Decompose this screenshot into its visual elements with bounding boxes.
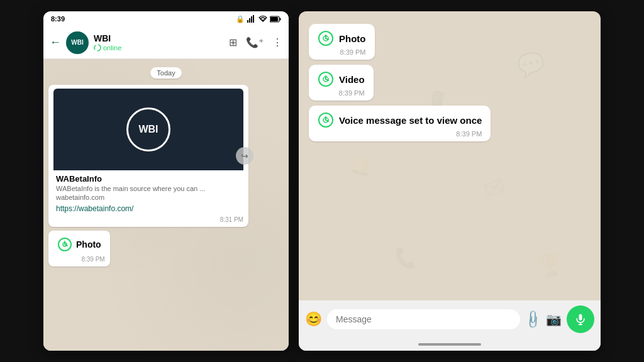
wbi-logo: WBI	[126, 107, 170, 151]
link-url[interactable]: https://wabetainfo.com/	[56, 204, 133, 213]
mic-icon	[574, 313, 587, 326]
wifi-icon	[258, 16, 267, 23]
signal-icon	[247, 15, 256, 23]
photo-view-once-bubble-left: Photo 8:39 PM	[48, 231, 110, 266]
video-view-once-icon	[318, 71, 334, 87]
emoji-button[interactable]: 😊	[305, 311, 322, 327]
voice-content: Voice message set to view once	[318, 112, 482, 128]
video-view-once-bubble: Video 8:39 PM	[309, 65, 374, 101]
status-time: 8:39	[51, 15, 65, 23]
svg-point-7	[94, 45, 101, 51]
add-call-button[interactable]: 📞⁺	[246, 36, 264, 48]
camera-button[interactable]: 📷	[546, 312, 562, 327]
svg-rect-0	[247, 20, 248, 23]
voice-label: Voice message set to view once	[339, 115, 482, 126]
chat-messages-right: Photo 8:39 PM Video 8:39 PM	[299, 11, 601, 300]
svg-rect-5	[280, 18, 281, 20]
view-once-icon	[57, 237, 72, 252]
photo-view-once-bubble-right: Photo 8:39 PM	[309, 24, 375, 60]
chat-name: WBI	[94, 33, 224, 44]
left-phone-screen: 8:39 🔒	[43, 11, 289, 351]
attach-button[interactable]: 📎	[522, 309, 544, 331]
date-divider: Today	[48, 67, 284, 79]
svg-rect-2	[251, 16, 252, 23]
status-icons: 🔒	[236, 15, 281, 23]
header-actions: ⊞ 📞⁺ ⋮	[229, 36, 282, 48]
link-title: WABetaInfo	[56, 174, 241, 184]
photo-label: Photo	[339, 33, 366, 44]
voice-view-once-icon	[318, 112, 334, 128]
voice-view-once-bubble: Voice message set to view once 8:39 PM	[309, 106, 491, 141]
home-indicator	[299, 338, 601, 351]
view-once-content: Photo	[53, 234, 105, 255]
chat-info: WBI online	[94, 33, 224, 52]
photo-time: 8:39 PM	[318, 48, 366, 56]
svg-rect-23	[579, 314, 582, 321]
link-info: WABetaInfo WABetaInfo is the main source…	[53, 170, 243, 215]
date-badge: Today	[150, 67, 181, 79]
chat-messages-left: Today WBI WABetaInfo WABetaInfo is the m…	[43, 59, 289, 351]
message-time-link: 8:31 PM	[53, 216, 243, 223]
photo-content: Photo	[318, 30, 366, 47]
view-once-label: Photo	[76, 239, 101, 250]
battery-icon	[270, 16, 281, 23]
contact-avatar: WBI	[66, 31, 89, 54]
svg-rect-1	[249, 18, 250, 23]
back-button[interactable]: ←	[50, 36, 61, 49]
link-description: WABetaInfo is the main source where you …	[56, 185, 241, 192]
photo-view-once-icon	[318, 30, 334, 47]
forward-button[interactable]: ↪	[236, 147, 253, 165]
link-domain: wabetainfo.com	[56, 194, 241, 201]
voice-time: 8:39 PM	[318, 130, 482, 138]
input-bar: 😊 📎 📷	[299, 300, 601, 338]
archive-button[interactable]: ⊞	[229, 36, 237, 48]
chat-header: ← WBI WBI online ⊞ 📞⁺ ⋮	[43, 26, 289, 59]
link-preview-image: WBI	[53, 89, 243, 170]
message-input[interactable]	[327, 309, 520, 329]
video-label: Video	[339, 74, 365, 85]
status-bar: 8:39 🔒	[43, 11, 289, 26]
chat-status: online	[94, 44, 224, 52]
right-panel-screen: WP 📱 💬 🔔 ✉ 📞 🏆 Photo 8:39 PM	[299, 11, 601, 351]
svg-rect-3	[253, 15, 254, 23]
svg-rect-6	[270, 17, 278, 21]
mic-button[interactable]	[567, 305, 594, 333]
more-options-button[interactable]: ⋮	[272, 36, 282, 48]
video-content: Video	[318, 71, 365, 87]
link-message-bubble: WBI WABetaInfo WABetaInfo is the main so…	[48, 85, 248, 227]
sync-icon	[94, 44, 101, 52]
lock-icon: 🔒	[236, 15, 245, 23]
home-bar	[418, 343, 481, 346]
video-time: 8:39 PM	[318, 89, 365, 97]
message-time-photo-left: 8:39 PM	[53, 256, 105, 263]
